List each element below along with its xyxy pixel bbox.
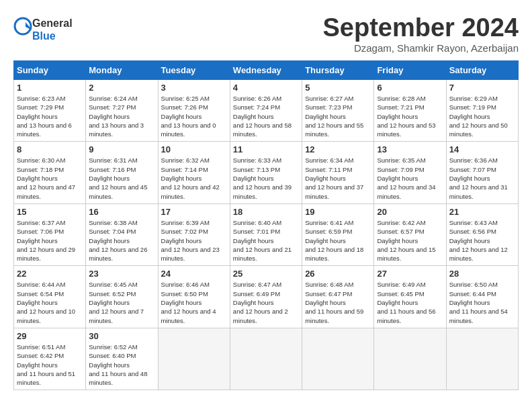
calendar-cell <box>302 328 374 390</box>
day-info: Sunrise: 6:34 AM Sunset: 7:11 PM Dayligh… <box>305 156 371 200</box>
day-number: 11 <box>233 144 299 154</box>
day-number: 2 <box>89 83 154 93</box>
weekday-friday: Friday <box>374 61 446 80</box>
logo: General Blue <box>13 17 73 42</box>
day-info: Sunrise: 6:43 AM Sunset: 6:56 PM Dayligh… <box>449 218 515 263</box>
day-number: 13 <box>377 144 443 154</box>
calendar-cell: 23 Sunrise: 6:45 AM Sunset: 6:52 PM Dayl… <box>86 266 158 328</box>
title-block: September 2024 Dzagam, Shamkir Rayon, Az… <box>323 13 519 54</box>
calendar-cell: 27 Sunrise: 6:49 AM Sunset: 6:45 PM Dayl… <box>374 266 446 328</box>
day-number: 8 <box>17 144 83 154</box>
calendar-cell: 29 Sunrise: 6:51 AM Sunset: 6:42 PM Dayl… <box>14 328 86 390</box>
calendar-cell: 17 Sunrise: 6:39 AM Sunset: 7:02 PM Dayl… <box>158 203 230 265</box>
day-info: Sunrise: 6:48 AM Sunset: 6:47 PM Dayligh… <box>305 280 371 324</box>
calendar-cell: 3 Sunrise: 6:25 AM Sunset: 7:26 PM Dayli… <box>158 80 230 142</box>
day-info: Sunrise: 6:41 AM Sunset: 6:59 PM Dayligh… <box>305 218 371 263</box>
day-info: Sunrise: 6:36 AM Sunset: 7:07 PM Dayligh… <box>449 156 515 200</box>
weekday-wednesday: Wednesday <box>230 61 302 80</box>
day-number: 18 <box>233 207 299 217</box>
calendar-cell: 6 Sunrise: 6:28 AM Sunset: 7:21 PM Dayli… <box>374 80 446 142</box>
day-info: Sunrise: 6:42 AM Sunset: 6:57 PM Dayligh… <box>377 218 443 263</box>
calendar-cell: 20 Sunrise: 6:42 AM Sunset: 6:57 PM Dayl… <box>374 203 446 265</box>
calendar-cell: 7 Sunrise: 6:29 AM Sunset: 7:19 PM Dayli… <box>446 80 518 142</box>
day-number: 14 <box>449 144 515 154</box>
calendar-cell: 24 Sunrise: 6:46 AM Sunset: 6:50 PM Dayl… <box>158 266 230 328</box>
calendar-cell: 19 Sunrise: 6:41 AM Sunset: 6:59 PM Dayl… <box>302 203 374 265</box>
calendar-cell: 11 Sunrise: 6:33 AM Sunset: 7:13 PM Dayl… <box>230 142 302 203</box>
calendar-cell: 1 Sunrise: 6:23 AM Sunset: 7:29 PM Dayli… <box>14 80 86 142</box>
day-number: 15 <box>17 207 83 217</box>
page-header: General Blue September 2024 Dzagam, Sham… <box>13 13 519 54</box>
weekday-monday: Monday <box>86 61 158 80</box>
day-number: 24 <box>161 269 227 279</box>
day-info: Sunrise: 6:37 AM Sunset: 7:06 PM Dayligh… <box>17 218 83 263</box>
location-text: Dzagam, Shamkir Rayon, Azerbaijan <box>323 42 519 54</box>
day-number: 22 <box>17 269 83 279</box>
day-info: Sunrise: 6:30 AM Sunset: 7:18 PM Dayligh… <box>17 156 83 200</box>
month-title: September 2024 <box>323 13 519 42</box>
calendar-cell: 8 Sunrise: 6:30 AM Sunset: 7:18 PM Dayli… <box>14 142 86 203</box>
day-number: 16 <box>89 207 154 217</box>
day-number: 3 <box>161 83 227 93</box>
day-info: Sunrise: 6:44 AM Sunset: 6:54 PM Dayligh… <box>17 280 83 324</box>
calendar-cell: 14 Sunrise: 6:36 AM Sunset: 7:07 PM Dayl… <box>446 142 518 203</box>
day-info: Sunrise: 6:40 AM Sunset: 7:01 PM Dayligh… <box>233 218 299 263</box>
day-info: Sunrise: 6:32 AM Sunset: 7:14 PM Dayligh… <box>161 156 227 200</box>
calendar-cell <box>158 328 230 390</box>
day-number: 20 <box>377 207 443 217</box>
calendar-cell: 10 Sunrise: 6:32 AM Sunset: 7:14 PM Dayl… <box>158 142 230 203</box>
day-number: 12 <box>305 144 371 154</box>
day-info: Sunrise: 6:35 AM Sunset: 7:09 PM Dayligh… <box>377 156 443 200</box>
calendar-cell: 22 Sunrise: 6:44 AM Sunset: 6:54 PM Dayl… <box>14 266 86 328</box>
day-number: 25 <box>233 269 299 279</box>
day-info: Sunrise: 6:47 AM Sunset: 6:49 PM Dayligh… <box>233 280 299 324</box>
calendar-cell: 16 Sunrise: 6:38 AM Sunset: 7:04 PM Dayl… <box>86 203 158 265</box>
calendar-cell: 18 Sunrise: 6:40 AM Sunset: 7:01 PM Dayl… <box>230 203 302 265</box>
day-number: 21 <box>449 207 515 217</box>
calendar-cell: 21 Sunrise: 6:43 AM Sunset: 6:56 PM Dayl… <box>446 203 518 265</box>
logo-icon <box>13 17 32 42</box>
day-number: 30 <box>89 331 154 341</box>
day-number: 27 <box>377 269 443 279</box>
day-info: Sunrise: 6:46 AM Sunset: 6:50 PM Dayligh… <box>161 280 227 324</box>
day-number: 28 <box>449 269 515 279</box>
day-info: Sunrise: 6:23 AM Sunset: 7:29 PM Dayligh… <box>17 94 83 138</box>
calendar-cell <box>230 328 302 390</box>
day-info: Sunrise: 6:27 AM Sunset: 7:23 PM Dayligh… <box>305 94 371 138</box>
day-info: Sunrise: 6:49 AM Sunset: 6:45 PM Dayligh… <box>377 280 443 324</box>
calendar-cell: 28 Sunrise: 6:50 AM Sunset: 6:44 PM Dayl… <box>446 266 518 328</box>
calendar-cell: 13 Sunrise: 6:35 AM Sunset: 7:09 PM Dayl… <box>374 142 446 203</box>
calendar-cell: 15 Sunrise: 6:37 AM Sunset: 7:06 PM Dayl… <box>14 203 86 265</box>
calendar-cell: 25 Sunrise: 6:47 AM Sunset: 6:49 PM Dayl… <box>230 266 302 328</box>
day-number: 23 <box>89 269 154 279</box>
calendar-cell: 12 Sunrise: 6:34 AM Sunset: 7:11 PM Dayl… <box>302 142 374 203</box>
day-number: 26 <box>305 269 371 279</box>
day-info: Sunrise: 6:45 AM Sunset: 6:52 PM Dayligh… <box>89 280 154 324</box>
weekday-saturday: Saturday <box>446 61 518 80</box>
day-info: Sunrise: 6:31 AM Sunset: 7:16 PM Dayligh… <box>89 156 154 200</box>
weekday-sunday: Sunday <box>14 61 86 80</box>
day-info: Sunrise: 6:51 AM Sunset: 6:42 PM Dayligh… <box>17 342 83 387</box>
day-number: 4 <box>233 83 299 93</box>
logo-container: General Blue <box>13 17 73 42</box>
calendar-cell: 9 Sunrise: 6:31 AM Sunset: 7:16 PM Dayli… <box>86 142 158 203</box>
day-number: 29 <box>17 331 83 341</box>
day-info: Sunrise: 6:29 AM Sunset: 7:19 PM Dayligh… <box>449 94 515 138</box>
day-info: Sunrise: 6:25 AM Sunset: 7:26 PM Dayligh… <box>161 94 227 138</box>
calendar-cell: 2 Sunrise: 6:24 AM Sunset: 7:27 PM Dayli… <box>86 80 158 142</box>
day-number: 6 <box>377 83 443 93</box>
day-info: Sunrise: 6:39 AM Sunset: 7:02 PM Dayligh… <box>161 218 227 263</box>
calendar-cell: 30 Sunrise: 6:52 AM Sunset: 6:40 PM Dayl… <box>86 328 158 390</box>
day-number: 17 <box>161 207 227 217</box>
day-info: Sunrise: 6:52 AM Sunset: 6:40 PM Dayligh… <box>89 342 154 387</box>
day-number: 5 <box>305 83 371 93</box>
day-info: Sunrise: 6:26 AM Sunset: 7:24 PM Dayligh… <box>233 94 299 138</box>
weekday-tuesday: Tuesday <box>158 61 230 80</box>
day-number: 10 <box>161 144 227 154</box>
day-number: 7 <box>449 83 515 93</box>
calendar-cell: 5 Sunrise: 6:27 AM Sunset: 7:23 PM Dayli… <box>302 80 374 142</box>
day-info: Sunrise: 6:33 AM Sunset: 7:13 PM Dayligh… <box>233 156 299 200</box>
calendar-cell: 26 Sunrise: 6:48 AM Sunset: 6:47 PM Dayl… <box>302 266 374 328</box>
day-info: Sunrise: 6:24 AM Sunset: 7:27 PM Dayligh… <box>89 94 154 138</box>
day-info: Sunrise: 6:28 AM Sunset: 7:21 PM Dayligh… <box>377 94 443 138</box>
